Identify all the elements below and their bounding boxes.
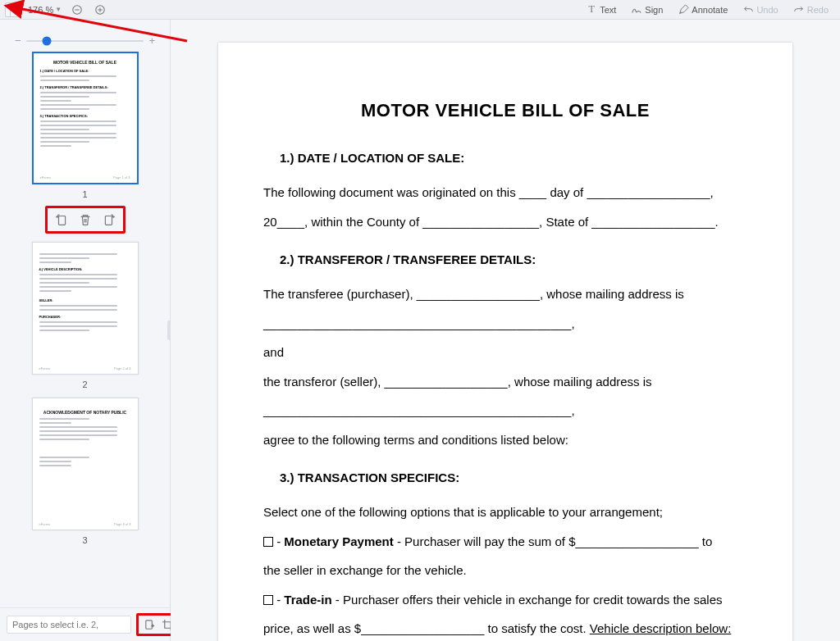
annotate-tool-label: Annotate	[692, 5, 728, 15]
redo-icon	[793, 4, 805, 16]
thumb-zoom-out[interactable]: −	[15, 34, 21, 47]
section-2-line-3: and	[263, 339, 747, 366]
sign-tool-label: Sign	[645, 5, 663, 15]
thumbnail-panel-toggle[interactable]	[5, 2, 21, 17]
add-page-button[interactable]	[142, 617, 157, 632]
thumb-zoom-handle[interactable]	[43, 36, 52, 45]
checkbox-icon	[263, 537, 273, 547]
zoom-out-icon	[71, 4, 83, 16]
thumbnail-sidebar: − + MOTOR VEHICLE BILL OF SALE 1.) DATE …	[0, 20, 171, 641]
thumbnail-zoom-slider: − +	[0, 28, 170, 52]
annotate-tool-button[interactable]: Annotate	[674, 2, 731, 17]
page-thumbnail-3[interactable]: ACKNOWLEDGMENT OF NOTARY PUBLIC eForms	[32, 398, 139, 530]
section-2-line-5: ________________________________________…	[263, 398, 747, 424]
section-2-line-4: the transferor (seller), _______________…	[263, 369, 747, 395]
section-2-line-6: agree to the following terms and conditi…	[263, 427, 747, 453]
text-tool-label: Text	[600, 5, 616, 15]
page-actions-highlight	[45, 206, 126, 234]
option-2-rest: - Purchaser offers their vehicle in exch…	[332, 593, 723, 607]
zoom-value: 176 %	[28, 5, 53, 15]
undo-button[interactable]: Undo	[739, 2, 781, 17]
section-3-option-2-cont: price, as well as $__________________ to…	[263, 616, 747, 641]
sign-tool-button[interactable]: Sign	[628, 2, 666, 17]
mini-title: MOTOR VEHICLE BILL OF SALE	[34, 60, 137, 65]
page-thumbnail-2-label: 2	[82, 380, 87, 389]
section-3-option-1-cont: the seller in exchange for the vehicle.	[263, 557, 747, 584]
zoom-in-icon	[94, 4, 106, 16]
section-2-heading: 2.) TRANSFEROR / TRANSFEREE DETAILS:	[263, 252, 747, 266]
sidebar-footer	[0, 607, 170, 641]
section-1-line-1: The following document was originated on…	[263, 180, 747, 206]
svg-rect-5	[58, 216, 65, 225]
document-viewport[interactable]: MOTOR VEHICLE BILL OF SALE 1.) DATE / LO…	[171, 20, 840, 641]
text-icon: T	[586, 4, 597, 16]
page-thumbnail-1[interactable]: MOTOR VEHICLE BILL OF SALE 1.) DATE / LO…	[32, 52, 139, 184]
thumb-zoom-in[interactable]: +	[148, 34, 155, 47]
rotate-right-button[interactable]	[100, 211, 116, 228]
zoom-in-button[interactable]	[91, 2, 109, 17]
rotate-left-button[interactable]	[54, 211, 71, 228]
pages-select-input[interactable]	[7, 616, 131, 634]
svg-rect-7	[145, 620, 152, 628]
option-2-label: Trade-in	[284, 593, 331, 607]
checkbox-icon	[263, 595, 273, 605]
page-thumbnail-2[interactable]: 4.) VEHICLE DESCRIPTION: SELLER: PURCHAS…	[32, 242, 139, 375]
undo-label: Undo	[756, 5, 778, 15]
section-1-line-2: 20____, within the County of ___________…	[263, 209, 747, 235]
page-thumbnail-3-label: 3	[82, 535, 87, 545]
document-page-1: MOTOR VEHICLE BILL OF SALE 1.) DATE / LO…	[218, 43, 792, 641]
document-title: MOTOR VEHICLE BILL OF SALE	[263, 100, 747, 121]
annotate-icon	[678, 4, 689, 16]
page-thumbnail-1-label: 1	[82, 189, 87, 199]
chevron-down-icon: ▼	[55, 6, 62, 13]
option-2-cont-ul: Vehicle description below:	[590, 621, 732, 635]
redo-button[interactable]: Redo	[790, 2, 832, 17]
section-3-heading: 3.) TRANSACTION SPECIFICS:	[263, 471, 747, 484]
undo-icon	[742, 4, 754, 16]
section-2-line-1: The transferee (purchaser), ____________…	[263, 281, 747, 307]
thumb-zoom-track[interactable]	[26, 40, 144, 42]
sign-icon	[631, 4, 642, 16]
section-3-line-1: Select one of the following options that…	[263, 499, 747, 525]
option-2-cont-pre: price, as well as $__________________ to…	[263, 621, 590, 635]
redo-label: Redo	[807, 5, 829, 15]
delete-page-button[interactable]	[77, 211, 94, 228]
section-3-option-2: - Trade-in - Purchaser offers their vehi…	[263, 587, 747, 613]
section-1-heading: 1.) DATE / LOCATION OF SALE:	[263, 151, 747, 165]
zoom-out-button[interactable]	[68, 2, 86, 17]
option-1-label: Monetary Payment	[284, 534, 393, 548]
option-1-rest: - Purchaser will pay the sum of $_______…	[394, 534, 713, 548]
main-split: − + MOTOR VEHICLE BILL OF SALE 1.) DATE …	[0, 20, 840, 641]
section-3-option-1: - Monetary Payment - Purchaser will pay …	[263, 529, 747, 555]
svg-rect-6	[105, 216, 112, 225]
zoom-level-dropdown[interactable]: 176 % ▼	[26, 5, 63, 15]
text-tool-button[interactable]: T Text	[582, 2, 619, 17]
section-2-line-2: ________________________________________…	[263, 311, 747, 337]
top-toolbar: 176 % ▼ T Text Sign An	[0, 0, 840, 20]
